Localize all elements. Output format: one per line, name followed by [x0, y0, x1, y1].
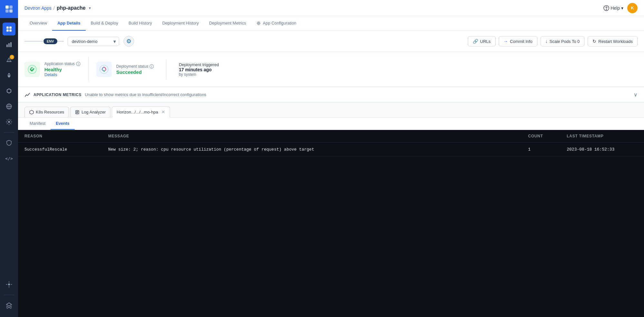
help-label: Help — [611, 5, 620, 11]
env-select-wrapper[interactable]: devtron-demo ▾ — [68, 37, 119, 46]
deploy-status-value: Succeeded — [116, 69, 154, 75]
metrics-section: APPLICATION METRICS Unable to show metri… — [18, 87, 644, 103]
svg-rect-9 — [8, 43, 10, 47]
svg-rect-8 — [6, 45, 8, 47]
alert-badge: 3 — [10, 55, 14, 59]
svg-rect-7 — [9, 29, 12, 32]
status-divider — [166, 60, 166, 79]
sidebar-icon-shield[interactable] — [3, 136, 15, 149]
link-icon: 🔗 — [473, 39, 478, 44]
sidebar-icon-code[interactable]: </> — [3, 152, 15, 165]
status-row: Application status Healthy Details — [18, 52, 644, 87]
app-chevron-icon[interactable]: ▾ — [89, 6, 91, 10]
subtab-events[interactable]: Events — [51, 118, 75, 130]
nav-tabs: Overview App Details Build & Deploy Buil… — [18, 16, 644, 31]
svg-point-13 — [8, 74, 10, 75]
deploy-status-card: Deployment status Succeeded Deployment t… — [96, 57, 227, 82]
sidebar-logo[interactable] — [0, 0, 18, 18]
tab-app-details[interactable]: App Details — [52, 16, 86, 31]
svg-rect-2 — [5, 9, 9, 13]
sidebar-icon-settings[interactable] — [3, 115, 15, 128]
svg-rect-11 — [9, 60, 9, 61]
tab-k8s-resources[interactable]: K8s Resources — [24, 107, 69, 117]
resource-tabs: K8s Resources Log Analyzer Horizon.../..… — [18, 103, 644, 118]
svg-point-21 — [258, 22, 260, 24]
tab-build-deploy[interactable]: Build & Deploy — [86, 16, 123, 31]
svg-point-17 — [8, 121, 10, 123]
deploy-triggered-label: Deployment triggered — [179, 62, 219, 67]
helm-icon: ⚙ — [123, 35, 135, 47]
tab-close-icon[interactable]: ✕ — [161, 109, 165, 114]
cell-timestamp: 2023-08-18 16:52:33 — [567, 147, 638, 152]
svg-rect-6 — [6, 29, 9, 32]
tab-app-configuration[interactable]: App Configuration — [251, 16, 301, 31]
svg-rect-4 — [6, 26, 9, 29]
sidebar-divider-bottom — [4, 295, 14, 295]
commit-icon: → — [504, 39, 508, 44]
svg-rect-3 — [9, 9, 13, 13]
user-avatar[interactable]: K — [627, 3, 638, 13]
tab-build-history[interactable]: Build History — [123, 16, 157, 31]
cell-reason: SuccessfulRescale — [24, 147, 108, 152]
deploy-status-icon — [96, 62, 112, 77]
deploy-by: by system — [179, 72, 219, 77]
tab-deployment-history[interactable]: Deployment History — [157, 16, 204, 31]
help-button[interactable]: Help ▾ — [603, 5, 623, 11]
sidebar-icon-alert[interactable]: 3 — [3, 54, 15, 66]
metrics-left: APPLICATION METRICS Unable to show metri… — [24, 92, 206, 98]
events-table: REASON MESSAGE COUNT LAST TIMESTAMP Succ… — [18, 130, 644, 317]
app-status-label: Application status — [44, 62, 80, 66]
env-select[interactable]: devtron-demo — [68, 37, 119, 46]
tab-overview[interactable]: Overview — [24, 16, 52, 31]
svg-rect-12 — [9, 61, 9, 62]
cell-message: New size: 2; reason: cpu resource utiliz… — [108, 147, 528, 152]
svg-point-18 — [8, 283, 10, 285]
breadcrumb-separator: / — [53, 5, 55, 11]
env-badge: ENV — [43, 38, 57, 44]
topbar: Devtron Apps / php-apache ▾ Help ▾ K — [18, 0, 644, 16]
app-title: php-apache — [57, 5, 86, 11]
sidebar: 3 </> — [0, 0, 18, 317]
scale-pods-button[interactable]: ↓ Scale Pods To 0 — [541, 36, 585, 46]
main-content: Devtron Apps / php-apache ▾ Help ▾ K Ove… — [18, 0, 644, 317]
restart-workloads-button[interactable]: ↻ Restart Workloads — [588, 36, 638, 46]
urls-button[interactable]: 🔗 URLs — [468, 36, 496, 46]
svg-point-20 — [606, 9, 607, 10]
sidebar-icon-config[interactable] — [3, 278, 15, 291]
metrics-title: APPLICATION METRICS — [33, 93, 81, 97]
subtab-manifest[interactable]: Manifest — [24, 118, 51, 130]
svg-rect-5 — [9, 26, 12, 29]
breadcrumb-link[interactable]: Devtron Apps — [24, 5, 52, 11]
app-status-card: Application status Healthy Details — [24, 57, 89, 82]
col-timestamp: LAST TIMESTAMP — [567, 134, 638, 138]
deploy-status-label: Deployment status — [116, 64, 154, 69]
sidebar-icon-chart[interactable] — [3, 38, 15, 51]
env-actions: 🔗 URLs → Commit Info ↓ Scale Pods To 0 ↻… — [468, 36, 638, 46]
metrics-message: Unable to show metrics due to insufficie… — [85, 92, 206, 97]
commit-info-button[interactable]: → Commit Info — [499, 36, 537, 46]
sub-tabs: Manifest Events — [18, 118, 644, 130]
tab-horizon-hpa[interactable]: Horizon.../.../...mo-hpa ✕ — [112, 106, 170, 118]
topbar-right: Help ▾ K — [603, 3, 638, 13]
deploy-trigger-content: Deployment triggered 17 minutes ago by s… — [179, 62, 219, 77]
scale-icon: ↓ — [545, 39, 548, 44]
metrics-collapse-icon[interactable]: ∨ — [634, 92, 638, 98]
sidebar-divider — [4, 132, 14, 133]
app-status-value: Healthy — [44, 67, 80, 72]
svg-point-26 — [100, 65, 108, 74]
env-bar: ENV devtron-demo ▾ ⚙ 🔗 URLs — [18, 31, 644, 52]
deploy-status-content: Deployment status Succeeded — [116, 64, 154, 75]
details-link[interactable]: Details — [44, 72, 80, 77]
sidebar-icon-layers[interactable] — [3, 299, 15, 312]
sidebar-icon-grid[interactable] — [3, 23, 15, 35]
tab-log-analyzer[interactable]: Log Analyzer — [70, 107, 110, 117]
col-count: COUNT — [528, 134, 567, 138]
svg-text:⚙: ⚙ — [126, 38, 131, 45]
sidebar-icon-rocket[interactable] — [3, 69, 15, 82]
app-status-icon — [24, 62, 40, 77]
tab-deployment-metrics[interactable]: Deployment Metrics — [204, 16, 251, 31]
sidebar-icon-globe[interactable] — [3, 100, 15, 113]
sidebar-icon-cube[interactable] — [3, 84, 15, 97]
topbar-left: Devtron Apps / php-apache ▾ — [24, 5, 91, 11]
content-area: ENV devtron-demo ▾ ⚙ 🔗 URLs — [18, 31, 644, 317]
